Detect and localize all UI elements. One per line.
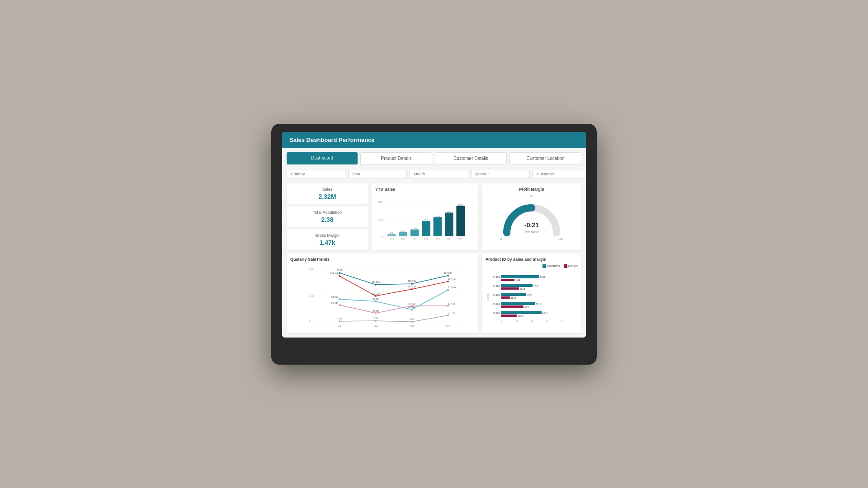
svg-text:margin: margin xyxy=(486,293,489,300)
svg-text:135.79k: 135.79k xyxy=(408,280,416,282)
svg-text:Q2: Q2 xyxy=(374,324,378,327)
svg-text:84.09k: 84.09k xyxy=(331,296,339,298)
svg-text:123.13k: 123.13k xyxy=(408,285,416,288)
legend-sales: Montains xyxy=(542,264,560,268)
svg-point-48 xyxy=(375,295,377,297)
svg-text:P-105: P-105 xyxy=(493,312,500,314)
tab-customer-location[interactable]: Customer Location xyxy=(509,152,581,164)
svg-text:2023: 2023 xyxy=(435,237,440,239)
quarter-filter[interactable] xyxy=(471,169,530,179)
gauge-labels: 0 100 xyxy=(500,237,563,240)
svg-point-73 xyxy=(411,321,413,323)
tab-dashboard[interactable]: Dashboard xyxy=(287,152,358,164)
svg-text:106.4k: 106.4k xyxy=(458,204,463,206)
country-filter[interactable] xyxy=(287,169,345,179)
svg-text:182.17k: 182.17k xyxy=(335,269,344,272)
svg-text:2019: 2019 xyxy=(390,237,394,239)
svg-point-65 xyxy=(411,305,413,307)
quarterly-trends-title: Quaterly SaleTrends xyxy=(290,257,475,262)
svg-text:1k: 1k xyxy=(561,320,562,322)
profit-margin-title: Profit Margin xyxy=(519,187,544,192)
svg-text:P-102: P-102 xyxy=(493,285,500,287)
year-filter[interactable] xyxy=(348,169,407,179)
svg-rect-103 xyxy=(501,314,517,317)
svg-rect-83 xyxy=(501,279,514,281)
svg-rect-24 xyxy=(456,206,465,236)
gauge-min-label: 0 xyxy=(500,237,502,240)
legend-margin-label: Margin xyxy=(568,264,578,267)
svg-point-41 xyxy=(411,283,413,285)
svg-rect-6 xyxy=(387,234,396,236)
svg-text:29.28k: 29.28k xyxy=(372,310,379,312)
svg-rect-96 xyxy=(501,302,535,305)
svg-point-56 xyxy=(375,300,377,302)
svg-text:102.13k: 102.13k xyxy=(372,292,380,295)
svg-text:P-104: P-104 xyxy=(493,303,500,305)
svg-rect-86 xyxy=(501,284,533,287)
svg-rect-91 xyxy=(501,293,526,296)
svg-text:137.71k: 137.71k xyxy=(448,277,456,280)
svg-text:52.42k: 52.42k xyxy=(408,302,415,305)
svg-rect-15 xyxy=(422,221,430,236)
svg-text:2022: 2022 xyxy=(424,237,429,239)
svg-text:Profit margin: Profit margin xyxy=(524,230,539,233)
bottom-grid: Quaterly SaleTrends 200k 100k 0 Q1 Q2 xyxy=(287,253,581,333)
main-grid: Sales 2.32M Total Population 2.38 Gross … xyxy=(287,183,581,250)
kpi-population: Total Population 2.38 xyxy=(287,206,368,227)
svg-point-50 xyxy=(447,281,449,282)
svg-point-47 xyxy=(339,275,340,277)
svg-text:3.14k: 3.14k xyxy=(337,317,343,320)
tab-product-details[interactable]: Product Details xyxy=(360,152,432,164)
kpi-sales: Sales 2.32M xyxy=(287,183,368,204)
svg-text:76.45k: 76.45k xyxy=(372,298,379,300)
kpi-population-label: Total Population xyxy=(292,210,363,215)
svg-text:60k: 60k xyxy=(546,320,548,322)
gauge-container: -0.21 Profit margin xyxy=(500,200,563,236)
svg-rect-88 xyxy=(501,287,519,290)
svg-text:16.8k: 16.8k xyxy=(515,279,521,282)
kpi-population-value: 2.38 xyxy=(292,216,363,223)
ytd-sales-svg: 650k 325k 0 1.1k 2019 1 xyxy=(375,194,475,244)
svg-text:2021: 2021 xyxy=(412,237,417,239)
legend-sales-icon xyxy=(542,264,546,268)
kpi-gross-margin: Gross Margin 1.47k xyxy=(287,230,368,250)
tab-customer-details[interactable]: Customer Details xyxy=(435,152,507,164)
gauge-max-label: 100 xyxy=(558,237,563,240)
svg-text:35.8k: 35.8k xyxy=(527,294,532,296)
svg-text:131.09k: 131.09k xyxy=(372,281,380,283)
svg-text:115.66k: 115.66k xyxy=(448,286,456,289)
kpi-gross-margin-label: Gross Margin xyxy=(292,233,363,238)
svg-point-58 xyxy=(447,289,449,291)
product-chart-title: Product ID by sales and margin xyxy=(486,257,578,262)
svg-point-72 xyxy=(375,320,377,322)
customer-filter[interactable] xyxy=(533,169,586,179)
svg-point-63 xyxy=(339,304,340,306)
svg-text:1.1k: 1.1k xyxy=(390,232,393,234)
svg-point-39 xyxy=(339,272,340,274)
svg-rect-9 xyxy=(399,232,407,236)
svg-point-66 xyxy=(447,305,449,307)
svg-text:P-101: P-101 xyxy=(493,276,500,278)
svg-text:44.3k: 44.3k xyxy=(533,285,539,287)
svg-rect-93 xyxy=(501,296,510,299)
svg-point-42 xyxy=(447,275,449,277)
svg-text:154.08k: 154.08k xyxy=(330,272,338,275)
svg-text:0: 0 xyxy=(309,320,311,323)
filter-bar xyxy=(287,169,581,179)
svg-text:22.6k: 22.6k xyxy=(518,315,523,317)
svg-point-49 xyxy=(411,288,413,290)
svg-point-71 xyxy=(339,320,340,322)
svg-text:25.1k: 25.1k xyxy=(520,288,525,290)
svg-text:Q3: Q3 xyxy=(410,324,414,327)
quarterly-trends-svg: 200k 100k 0 Q1 Q2 Q3 Q4 xyxy=(290,264,475,328)
svg-text:P-103: P-103 xyxy=(493,294,500,296)
product-id-chart: Product ID by sales and margin Montains … xyxy=(482,253,581,333)
svg-text:325k: 325k xyxy=(378,218,383,221)
kpi-panel: Sales 2.32M Total Population 2.38 Gross … xyxy=(287,183,368,250)
month-filter[interactable] xyxy=(410,169,468,179)
dashboard-header: Sales Dashboard Performance xyxy=(282,132,586,148)
svg-text:58.1k: 58.1k xyxy=(542,312,548,314)
svg-point-57 xyxy=(411,309,413,310)
svg-rect-18 xyxy=(434,217,442,236)
legend-sales-label: Montains xyxy=(547,264,560,267)
